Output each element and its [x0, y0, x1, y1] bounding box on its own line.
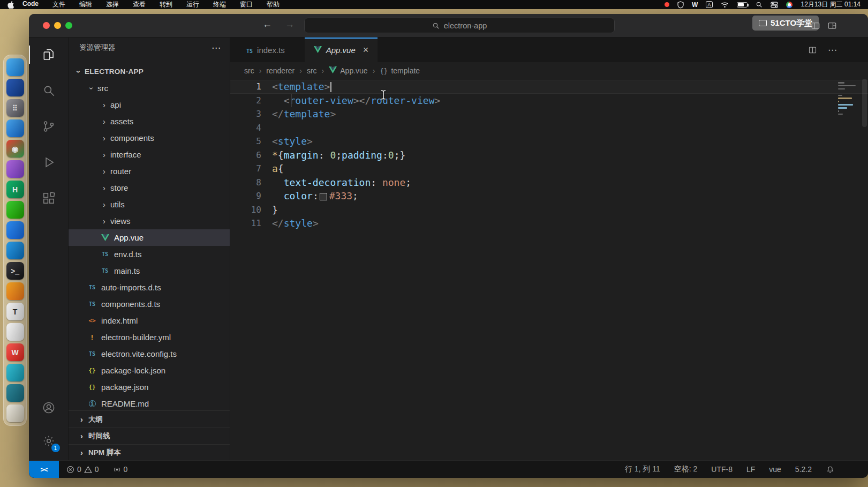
color-swatch[interactable] — [320, 193, 327, 200]
tree-item-store[interactable]: ›store — [69, 179, 230, 196]
tree-item-electron-app[interactable]: ›ELECTRON-APP — [69, 63, 230, 80]
tree-item-views[interactable]: ›views — [69, 213, 230, 229]
split-editor-icon[interactable] — [808, 46, 817, 55]
dock-trash[interactable] — [6, 404, 24, 422]
dock-app-purple[interactable] — [6, 160, 24, 178]
menu-转到[interactable]: 转到 — [160, 0, 172, 9]
more-actions-icon[interactable]: ⋯ — [212, 42, 221, 54]
status-indentation[interactable]: 空格: 2 — [674, 464, 698, 474]
dock-browser-blue[interactable] — [6, 119, 24, 137]
code-line[interactable]: 3</template> — [230, 107, 868, 121]
code-line[interactable]: 2 <router-view></router-view> — [230, 94, 868, 108]
remote-indicator[interactable]: >< — [29, 461, 59, 478]
navigate-forward-button[interactable]: → — [285, 19, 295, 30]
dock-wechat[interactable] — [6, 201, 24, 219]
status-language-mode[interactable]: vue — [769, 465, 781, 474]
editor-more-actions-icon[interactable]: ⋯ — [828, 44, 837, 56]
panel-npm-脚本[interactable]: ›NPM 脚本 — [69, 444, 230, 460]
panel-时间线[interactable]: ›时间线 — [69, 428, 230, 444]
menu-窗口[interactable]: 窗口 — [240, 0, 253, 9]
run-debug-icon[interactable] — [36, 149, 62, 175]
code-line[interactable]: 4 — [230, 121, 868, 135]
status-version[interactable]: 5.2.2 — [795, 465, 812, 474]
dock-app-blue-pen[interactable] — [6, 221, 24, 239]
tree-item-auto-imports-d-ts[interactable]: TSauto-imports.d.ts — [69, 279, 230, 296]
shield-icon[interactable] — [677, 1, 684, 9]
code-line[interactable]: 10} — [230, 203, 868, 217]
close-window-button[interactable] — [43, 22, 50, 29]
wps-icon[interactable]: W — [692, 1, 698, 9]
line-number[interactable]: 10 — [230, 203, 272, 217]
menu-文件[interactable]: 文件 — [52, 0, 65, 9]
code-line[interactable]: 5<style> — [230, 134, 868, 148]
panel-大纲[interactable]: ›大纲 — [69, 411, 230, 428]
dock-app-compass[interactable] — [6, 79, 24, 96]
line-number[interactable]: 8 — [230, 176, 272, 190]
wifi-icon[interactable] — [721, 2, 729, 8]
notifications-bell-icon[interactable] — [826, 465, 835, 474]
command-center-search[interactable]: electron-app — [304, 18, 615, 33]
menu-clock[interactable]: 12月13日 周三 01:14 — [801, 0, 861, 9]
account-icon[interactable] — [36, 395, 62, 421]
code-line[interactable]: 7a{ — [230, 162, 868, 176]
tree-item-package-json[interactable]: {}package.json — [69, 379, 230, 395]
tree-item-components[interactable]: ›components — [69, 130, 230, 146]
tree-item-api[interactable]: ›api — [69, 96, 230, 113]
menu-运行[interactable]: 运行 — [186, 0, 199, 9]
tree-item-readme-md[interactable]: iREADME.md — [69, 395, 230, 410]
tab-app-vue[interactable]: App.vue× — [305, 38, 378, 62]
code-line[interactable]: 1<template> — [230, 80, 868, 94]
scrollbar-thumb[interactable] — [862, 79, 867, 127]
line-number[interactable]: 3 — [230, 107, 272, 121]
breadcrumb-item-src[interactable]: src — [244, 66, 254, 75]
menu-选择[interactable]: 选择 — [106, 0, 119, 9]
chrome-icon[interactable] — [786, 2, 792, 8]
breadcrumb-item-app-vue[interactable]: App.vue — [329, 66, 367, 75]
dock-typora[interactable]: T — [6, 303, 24, 320]
breadcrumb-item-renderer[interactable]: renderer — [266, 66, 295, 75]
tree-item-main-ts[interactable]: TSmain.ts — [69, 263, 230, 279]
settings-icon[interactable]: 1 — [36, 428, 62, 454]
battery-icon[interactable] — [737, 2, 748, 8]
tree-item-electron-builder-yml[interactable]: !electron-builder.yml — [69, 329, 230, 346]
line-number[interactable]: 5 — [230, 134, 272, 148]
line-number[interactable]: 9 — [230, 189, 272, 203]
code-editor[interactable]: 1<template>2 <router-view></router-view>… — [230, 79, 868, 460]
minimap[interactable] — [838, 82, 861, 115]
menu-code[interactable]: Code — [22, 0, 39, 9]
dock-app-orange[interactable] — [6, 282, 24, 300]
customize-layout-icon[interactable] — [827, 21, 837, 31]
minimize-window-button[interactable] — [54, 22, 61, 29]
menu-查看[interactable]: 查看 — [133, 0, 146, 9]
ports-status[interactable]: 0 — [113, 465, 128, 474]
editor-scrollbar[interactable] — [861, 79, 868, 460]
line-number[interactable]: 1 — [230, 80, 272, 94]
status-encoding[interactable]: UTF-8 — [711, 465, 733, 474]
control-center-icon[interactable] — [771, 1, 778, 9]
toggle-panel-icon[interactable] — [811, 21, 820, 31]
line-number[interactable]: 7 — [230, 162, 272, 176]
input-source-icon[interactable]: A — [706, 1, 712, 8]
line-number[interactable]: 4 — [230, 121, 272, 135]
tree-item-app-vue[interactable]: App.vue — [69, 229, 230, 246]
tree-item-electron-vite-config-ts[interactable]: TSelectron.vite.config.ts — [69, 346, 230, 362]
tree-item-interface[interactable]: ›interface — [69, 146, 230, 163]
dock-hbuilderx[interactable]: H — [6, 181, 24, 198]
extensions-icon[interactable] — [36, 185, 62, 211]
tree-item-src[interactable]: ›src — [69, 80, 230, 96]
menu-帮助[interactable]: 帮助 — [267, 0, 280, 9]
source-control-icon[interactable] — [36, 114, 62, 139]
code-line[interactable]: 6*{margin: 0;padding:0;} — [230, 148, 868, 162]
tree-item-utils[interactable]: ›utils — [69, 196, 230, 213]
tree-item-components-d-ts[interactable]: TScomponents.d.ts — [69, 296, 230, 312]
dock-wps-office[interactable]: W — [6, 343, 24, 361]
line-number[interactable]: 6 — [230, 148, 272, 162]
breadcrumb-item-template[interactable]: {}template — [380, 66, 420, 75]
tree-item-assets[interactable]: ›assets — [69, 113, 230, 130]
menu-终端[interactable]: 终端 — [213, 0, 226, 9]
dock-terminal[interactable]: >_ — [6, 262, 24, 280]
dock-paint-app[interactable] — [6, 323, 24, 341]
zoom-window-button[interactable] — [65, 22, 72, 29]
code-line[interactable]: 8 text-decoration: none; — [230, 176, 868, 190]
tree-item-router[interactable]: ›router — [69, 163, 230, 179]
